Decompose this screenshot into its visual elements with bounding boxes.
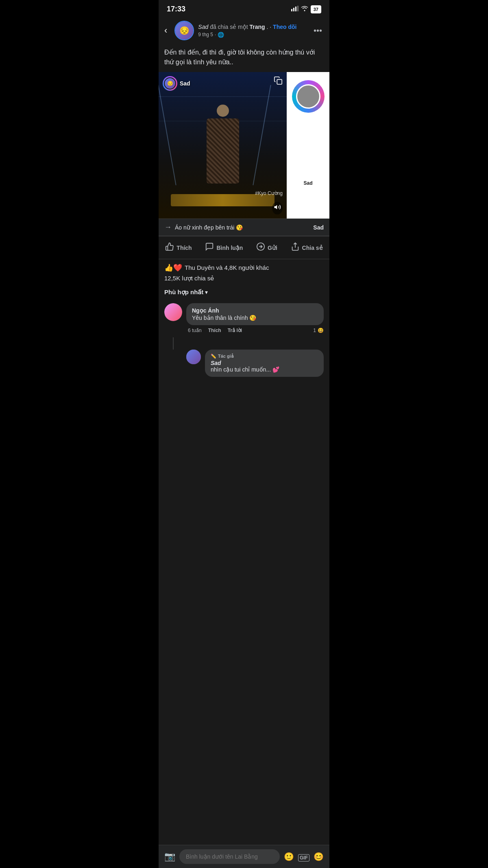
reaction-emojis: 👍❤️ xyxy=(164,263,182,272)
comment-content: Ngọc Ánh Yêu bản thân là chính 😘 6 tuần … xyxy=(186,303,324,333)
gif-button[interactable]: GIF xyxy=(298,852,309,861)
video-avatar-ring: 😔 xyxy=(163,76,177,91)
svg-rect-4 xyxy=(277,79,282,84)
commenter-avatar-img xyxy=(164,303,182,321)
svg-marker-5 xyxy=(274,205,277,210)
reply-bubble: ✏️ Tác giả Sad nhìn cậu tui chỉ muốn... … xyxy=(205,350,324,377)
author-tag-label: Tác giả xyxy=(218,354,234,359)
shared-text: đã chia sẻ một xyxy=(210,24,249,30)
reaction-emoji: 😆 xyxy=(318,328,324,333)
like-button[interactable]: Thích xyxy=(162,238,195,257)
post-meta: Sad đã chia sẻ một Trang . · Theo dõi 9 … xyxy=(198,23,308,37)
share-label: Chia sẻ xyxy=(302,245,323,251)
comment-text: Yêu bản thân là chính 😘 xyxy=(192,315,318,321)
sticker-button[interactable]: 😊 xyxy=(314,852,324,861)
side-username: Sad xyxy=(303,180,312,186)
page-type: Trang xyxy=(250,24,265,30)
share-button[interactable]: Chia sẻ xyxy=(288,238,326,257)
svg-rect-3 xyxy=(297,6,298,11)
more-options-button[interactable]: ••• xyxy=(312,24,324,37)
date-text: 9 thg 5 xyxy=(198,32,213,37)
svg-rect-1 xyxy=(293,8,294,11)
signal-icon xyxy=(291,6,298,13)
hashtag-label: #Kyo Cường xyxy=(255,190,283,196)
reply-avatar-img xyxy=(186,350,201,364)
author-name: Sad xyxy=(198,24,208,30)
status-time: 17:33 xyxy=(167,5,185,13)
reply-avatar[interactable] xyxy=(186,350,201,364)
author-tag: ✏️ Tác giả xyxy=(211,354,318,359)
video-scene xyxy=(159,72,287,219)
post-header: ‹ 😔 Sad đã chia sẻ một Trang . · Theo dõ… xyxy=(159,17,329,44)
arrow-icon: → xyxy=(164,223,172,232)
comment-time: 6 tuần xyxy=(188,328,202,333)
reply-thread: ✏️ Tác giả Sad nhìn cậu tui chỉ muốn... … xyxy=(159,350,329,381)
video-avatar-inner: 😔 xyxy=(164,77,176,90)
main-video[interactable]: 😔 Sad #Kyo Cường xyxy=(159,72,287,219)
side-ring-inner xyxy=(296,84,320,109)
side-card-name: Sad xyxy=(313,224,324,231)
shares-count: 12,5K lượt chia sẻ xyxy=(159,274,329,285)
pencil-icon: ✏️ xyxy=(211,354,216,359)
reactions-row: 👍❤️ Thu Duyên và 4,8K người khác xyxy=(159,259,329,274)
status-bar: 17:33 37 xyxy=(159,0,329,17)
comment-bubble: Ngọc Ánh Yêu bản thân là chính 😘 xyxy=(186,303,324,325)
follow-button[interactable]: Theo dõi xyxy=(273,24,296,30)
page-link-text: Áo nữ xinh đẹp bên trái 😘 xyxy=(175,224,310,231)
reply-text: nhìn cậu tui chỉ muốn... 💕 xyxy=(211,366,318,373)
emoji-button[interactable]: 🙂 xyxy=(284,852,294,861)
comment-icon xyxy=(205,242,214,253)
author-line: Sad đã chia sẻ một Trang . · Theo dõi xyxy=(198,23,308,31)
comment-reply-button[interactable]: Trả lời xyxy=(228,328,242,333)
reactions-text: Thu Duyên và 4,8K người khác xyxy=(185,264,269,271)
comment-button[interactable]: Bình luận xyxy=(202,238,246,257)
sort-label: Phù hợp nhất xyxy=(164,289,203,296)
post-date: 9 thg 5 · 🌐 xyxy=(198,32,308,38)
camera-button[interactable]: 📷 xyxy=(164,851,175,862)
video-username: Sad xyxy=(180,80,190,87)
svg-rect-0 xyxy=(291,9,292,11)
side-ring xyxy=(292,80,325,113)
globe-icon: 🌐 xyxy=(218,32,224,38)
comment-author: Ngọc Ánh xyxy=(192,307,318,314)
reaction-count: 1 xyxy=(313,328,316,333)
commenter-avatar[interactable] xyxy=(164,303,182,321)
thread-line xyxy=(173,337,174,350)
share-icon xyxy=(291,242,300,253)
reply-author-name: Sad xyxy=(211,360,318,366)
comment-like-button[interactable]: Thích xyxy=(208,328,221,333)
send-icon xyxy=(256,242,265,253)
video-figure xyxy=(198,105,247,186)
media-container: 😔 Sad #Kyo Cường xyxy=(159,72,329,219)
author-avatar[interactable]: 😔 xyxy=(174,21,194,40)
page-link-row[interactable]: → Áo nữ xinh đẹp bên trái 😘 Sad xyxy=(159,219,329,236)
comment-reaction: 1 😆 xyxy=(313,328,324,333)
volume-icon[interactable] xyxy=(272,202,283,214)
comment-actions: 6 tuần Thích Trả lời 1 😆 xyxy=(186,328,324,333)
side-card[interactable]: Sad xyxy=(287,72,329,219)
sort-row[interactable]: Phù hợp nhất ▾ xyxy=(159,285,329,299)
chevron-down-icon: ▾ xyxy=(205,289,208,295)
dot: · xyxy=(215,32,216,37)
comment-thread: Ngọc Ánh Yêu bản thân là chính 😘 6 tuần … xyxy=(159,299,329,337)
reply-content: ✏️ Tác giả Sad nhìn cậu tui chỉ muốn... … xyxy=(205,350,324,377)
comment-input[interactable] xyxy=(179,849,280,864)
phone-frame: 17:33 37 ‹ xyxy=(159,0,329,868)
comment-label: Bình luận xyxy=(216,245,243,251)
action-bar: Thích Bình luận Gửi xyxy=(159,236,329,259)
battery-icon: 37 xyxy=(311,5,321,13)
status-icons: 37 xyxy=(291,5,321,13)
copy-icon xyxy=(274,76,283,87)
bottom-spacer xyxy=(159,381,329,413)
like-label: Thích xyxy=(176,245,192,251)
dot-separator: . · xyxy=(267,24,273,30)
post-text: Đến thì đến, đi thì đi, giờ tôi không cò… xyxy=(159,44,329,72)
wifi-icon xyxy=(301,6,308,13)
bottom-comment-bar: 📷 🙂 GIF 😊 xyxy=(159,845,329,868)
like-icon xyxy=(165,242,174,253)
svg-rect-2 xyxy=(295,7,296,11)
back-button[interactable]: ‹ xyxy=(164,24,170,37)
avatar-image: 😔 xyxy=(175,22,193,39)
send-button[interactable]: Gửi xyxy=(253,238,281,257)
send-label: Gửi xyxy=(268,245,277,251)
